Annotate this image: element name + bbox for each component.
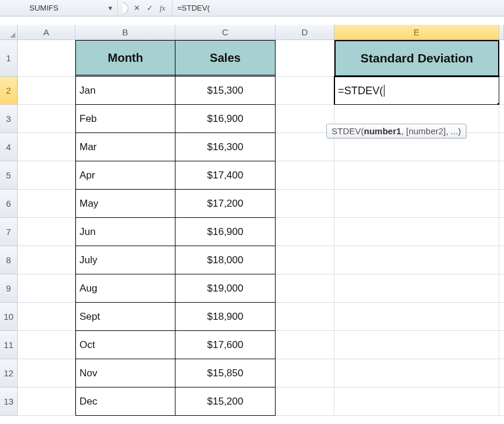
- insert-function-icon[interactable]: fx: [158, 4, 167, 13]
- col-header-A[interactable]: A: [18, 25, 75, 40]
- cell-edge-13: [499, 387, 504, 416]
- cell-E9[interactable]: [334, 274, 499, 303]
- formula-bar-input[interactable]: =STDEV(: [173, 4, 210, 12]
- cell-C13[interactable]: $15,200: [175, 387, 276, 416]
- cell-A7[interactable]: [18, 218, 75, 246]
- cell-D8[interactable]: [276, 246, 334, 274]
- col-header-B[interactable]: B: [75, 25, 175, 40]
- row-header-9[interactable]: 9: [0, 274, 18, 303]
- worksheet-area: A B C D E 1 Month Sales Standard Deviati…: [0, 25, 504, 416]
- cell-C7[interactable]: $16,900: [175, 218, 276, 246]
- cell-edge-1: [499, 40, 504, 77]
- col-header-E[interactable]: E: [334, 25, 499, 40]
- cell-A1[interactable]: [18, 40, 75, 77]
- row-header-13[interactable]: 13: [0, 387, 18, 416]
- cell-E10[interactable]: [334, 303, 499, 331]
- row-header-2[interactable]: 2: [0, 77, 18, 105]
- cell-E6[interactable]: [334, 190, 499, 218]
- cell-B9[interactable]: Aug: [75, 274, 175, 303]
- cell-E5[interactable]: [334, 161, 499, 190]
- cell-B11[interactable]: Oct: [75, 331, 175, 359]
- row-header-3[interactable]: 3: [0, 105, 18, 133]
- cell-A11[interactable]: [18, 331, 75, 359]
- row-header-6[interactable]: 6: [0, 190, 18, 218]
- cell-A4[interactable]: [18, 133, 75, 161]
- cell-C4[interactable]: $16,300: [175, 133, 276, 161]
- cell-B2[interactable]: Jan: [75, 77, 175, 105]
- cell-D5[interactable]: [276, 161, 334, 190]
- cell-C2[interactable]: $15,300: [175, 77, 276, 105]
- cell-A6[interactable]: [18, 190, 75, 218]
- cell-E13[interactable]: [334, 387, 499, 416]
- cell-edge-7: [499, 218, 504, 246]
- cell-E7[interactable]: [334, 218, 499, 246]
- cell-D3[interactable]: [276, 105, 334, 133]
- tooltip-rest: , [number2], ...): [401, 126, 461, 136]
- row-header-7[interactable]: 7: [0, 218, 18, 246]
- cell-C11[interactable]: $17,600: [175, 331, 276, 359]
- cell-E8[interactable]: [334, 246, 499, 274]
- row-header-10[interactable]: 10: [0, 303, 18, 331]
- cell-edge-2: [499, 77, 504, 105]
- cell-C1-header-sales[interactable]: Sales: [175, 40, 276, 77]
- cell-A3[interactable]: [18, 105, 75, 133]
- function-arguments-tooltip[interactable]: STDEV(number1, [number2], ...): [326, 124, 466, 138]
- cell-D11[interactable]: [276, 331, 334, 359]
- cell-D13[interactable]: [276, 387, 334, 416]
- cell-E2-editing[interactable]: =STDEV(: [334, 77, 499, 105]
- row-header-1[interactable]: 1: [0, 40, 18, 77]
- cell-B8[interactable]: July: [75, 246, 175, 274]
- cell-D10[interactable]: [276, 303, 334, 331]
- cell-A10[interactable]: [18, 303, 75, 331]
- cell-B5[interactable]: Apr: [75, 161, 175, 190]
- cell-D4[interactable]: [276, 133, 334, 161]
- cell-A5[interactable]: [18, 161, 75, 190]
- cell-edge-12: [499, 359, 504, 387]
- name-box[interactable]: SUMIFS ▾: [0, 0, 118, 16]
- cell-B12[interactable]: Nov: [75, 359, 175, 387]
- cell-A2[interactable]: [18, 77, 75, 105]
- row-header-5[interactable]: 5: [0, 161, 18, 190]
- cell-E12[interactable]: [334, 359, 499, 387]
- col-header-D[interactable]: D: [276, 25, 334, 40]
- cell-B4[interactable]: Mar: [75, 133, 175, 161]
- worksheet-grid[interactable]: A B C D E 1 Month Sales Standard Deviati…: [0, 25, 504, 416]
- row-header-11[interactable]: 11: [0, 331, 18, 359]
- cell-B10[interactable]: Sept: [75, 303, 175, 331]
- row-header-12[interactable]: 12: [0, 359, 18, 387]
- accept-formula-icon[interactable]: ✓: [145, 4, 154, 12]
- cell-E11[interactable]: [334, 331, 499, 359]
- cancel-formula-icon[interactable]: ✕: [132, 4, 141, 12]
- cell-E1-header-stddev[interactable]: Standard Deviation: [334, 40, 499, 77]
- row-header-8[interactable]: 8: [0, 246, 18, 274]
- name-box-dropdown-icon[interactable]: ▾: [108, 4, 112, 12]
- cell-edge-11: [499, 331, 504, 359]
- cell-A8[interactable]: [18, 246, 75, 274]
- cell-D6[interactable]: [276, 190, 334, 218]
- cell-C8[interactable]: $18,000: [175, 246, 276, 274]
- cell-edge-8: [499, 246, 504, 274]
- cell-B3[interactable]: Feb: [75, 105, 175, 133]
- cell-D12[interactable]: [276, 359, 334, 387]
- cell-D2[interactable]: [276, 77, 334, 105]
- cell-C9[interactable]: $19,000: [175, 274, 276, 303]
- cell-D7[interactable]: [276, 218, 334, 246]
- cell-C12[interactable]: $15,850: [175, 359, 276, 387]
- cell-B6[interactable]: May: [75, 190, 175, 218]
- cell-C10[interactable]: $18,900: [175, 303, 276, 331]
- col-header-C[interactable]: C: [175, 25, 276, 40]
- row-header-4[interactable]: 4: [0, 133, 18, 161]
- cell-A13[interactable]: [18, 387, 75, 416]
- cell-D1[interactable]: [276, 40, 334, 77]
- cell-B7[interactable]: Jun: [75, 218, 175, 246]
- select-all-corner[interactable]: [0, 25, 18, 40]
- tooltip-arg1[interactable]: number1: [364, 126, 401, 136]
- cell-C5[interactable]: $17,400: [175, 161, 276, 190]
- cell-C6[interactable]: $17,200: [175, 190, 276, 218]
- cell-C3[interactable]: $16,900: [175, 105, 276, 133]
- cell-A9[interactable]: [18, 274, 75, 303]
- cell-B1-header-month[interactable]: Month: [75, 40, 175, 77]
- cell-B13[interactable]: Dec: [75, 387, 175, 416]
- cell-D9[interactable]: [276, 274, 334, 303]
- cell-A12[interactable]: [18, 359, 75, 387]
